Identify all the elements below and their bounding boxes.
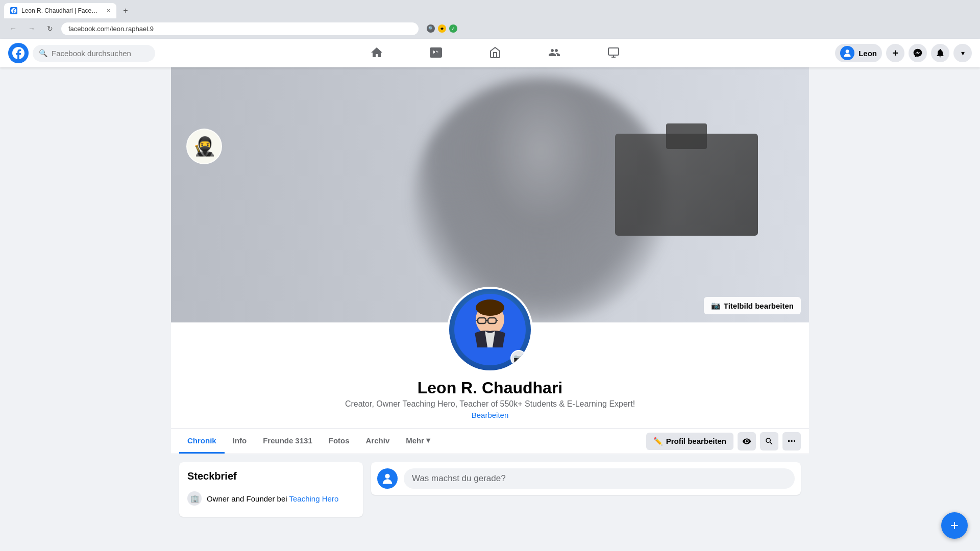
profile-content: Steckbrief 🏢 Owner and Founder bei Teach… [171, 454, 809, 533]
mehr-label: Mehr [406, 436, 424, 445]
edit-profile-label: Profil bearbeiten [666, 437, 726, 445]
nav-right: Leon + ▾ [835, 44, 972, 62]
add-btn[interactable]: + [886, 44, 904, 62]
profile-info: Leon R. Chaudhari Creator, Owner Teachin… [171, 372, 809, 422]
user-avatar [840, 46, 854, 60]
tab-chronik[interactable]: Chronik [179, 429, 225, 454]
profile-name: Leon R. Chaudhari [171, 379, 809, 397]
svg-point-8 [476, 299, 504, 316]
tab-title: Leon R. Chaudhari | Facebook [21, 7, 101, 14]
post-box: Was machst du gerade? [371, 462, 801, 495]
steckbrief-title: Steckbrief [187, 470, 355, 482]
edit-profile-btn[interactable]: ✏️ Profil bearbeiten [646, 433, 733, 450]
profile-actions: ✏️ Profil bearbeiten ··· [646, 432, 801, 450]
tab-close-btn[interactable]: × [107, 7, 110, 14]
url-text: facebook.com/leon.raphael.9 [68, 25, 154, 33]
search-box[interactable]: 🔍 [33, 45, 155, 62]
steckbrief-item: 🏢 Owner and Founder bei Teaching Hero [187, 488, 355, 509]
facebook-logo[interactable] [8, 43, 29, 63]
new-tab-btn[interactable]: + [118, 4, 133, 18]
user-name-label: Leon [859, 49, 877, 58]
freunde-label: Freunde [263, 436, 293, 445]
profile-wrapper: 🥷 📷 Titelbild bearbeiten [171, 67, 809, 533]
more-options-btn[interactable]: ··· [782, 432, 801, 450]
profile-avatar[interactable]: 📷 [447, 287, 533, 372]
svg-rect-2 [608, 48, 619, 55]
search-icon: 🔍 [39, 49, 47, 57]
svg-point-14 [385, 474, 389, 479]
refresh-btn[interactable]: ↻ [43, 21, 57, 36]
teaching-hero-link[interactable]: Teaching Hero [289, 494, 339, 503]
post-avatar [377, 468, 398, 489]
svg-point-5 [846, 49, 849, 53]
back-btn[interactable]: ← [6, 21, 20, 36]
facebook-navbar: 🔍 Leon + [0, 39, 980, 67]
ext-icon-3: ✓ [449, 24, 457, 33]
nav-groups[interactable] [526, 41, 583, 65]
steckbrief-card: Steckbrief 🏢 Owner and Founder bei Teach… [179, 462, 363, 517]
tab-freunde[interactable]: Freunde3131 [255, 429, 321, 454]
browser-tabs: Leon R. Chaudhari | Facebook × + [0, 0, 980, 18]
edit-bio-link[interactable]: Bearbeiten [472, 411, 509, 419]
nav-center [159, 41, 831, 65]
menu-btn[interactable]: ▾ [953, 44, 972, 62]
nav-marketplace[interactable] [467, 41, 524, 65]
avatar-camera-btn[interactable]: 📷 [510, 350, 527, 366]
tab-mehr[interactable]: Mehr ▾ [398, 429, 438, 454]
search-input[interactable] [52, 49, 149, 58]
profile-photo-area: 📷 [171, 287, 809, 372]
profile-left-column: Steckbrief 🏢 Owner and Founder bei Teach… [179, 462, 363, 525]
url-bar[interactable]: facebook.com/leon.raphael.9 [61, 22, 419, 35]
nav-home[interactable] [348, 41, 405, 65]
ext-icon-2: ★ [438, 24, 446, 33]
corner-character-icon: 🥷 [186, 129, 222, 164]
friends-count: 3131 [295, 436, 312, 445]
notifications-btn[interactable] [931, 44, 949, 62]
cover-background [171, 67, 809, 322]
tab-info[interactable]: Info [225, 429, 255, 454]
profile-nav: Chronik Info Freunde3131 Fotos Archiv Me… [171, 429, 809, 454]
mehr-chevron-icon: ▾ [426, 436, 430, 445]
edit-icon: ✏️ [653, 437, 663, 446]
tab-fotos[interactable]: Fotos [321, 429, 358, 454]
search-profile-btn[interactable] [760, 432, 778, 450]
messenger-btn[interactable] [909, 44, 927, 62]
browser-extension-icons: 🔍 ★ ✓ [427, 24, 457, 33]
address-bar-area: ← → ↻ facebook.com/leon.raphael.9 🔍 ★ ✓ [0, 18, 980, 39]
post-input[interactable]: Was machst du gerade? [404, 468, 795, 489]
profile-header-bg: 📷 Leon R. Chaudhari Creator, Owner Teach… [171, 287, 809, 454]
tab-archiv[interactable]: Archiv [358, 429, 398, 454]
cover-photo-area: 🥷 📷 Titelbild bearbeiten [171, 67, 809, 322]
nav-video[interactable] [407, 41, 464, 65]
profile-bio: Creator, Owner Teaching Hero, Teacher of… [171, 399, 809, 409]
profile-right-column: Was machst du gerade? [371, 462, 801, 525]
ext-icon-1: 🔍 [427, 24, 435, 33]
floating-add-btn[interactable]: + [941, 512, 968, 539]
view-as-btn[interactable] [738, 432, 756, 450]
tab-favicon [10, 7, 17, 14]
work-icon: 🏢 [187, 491, 202, 506]
forward-btn[interactable]: → [24, 21, 39, 36]
nav-gaming[interactable] [585, 41, 642, 65]
steckbrief-text: Owner and Founder bei Teaching Hero [207, 494, 338, 503]
active-tab[interactable]: Leon R. Chaudhari | Facebook × [4, 3, 116, 18]
user-profile-btn[interactable]: Leon [835, 44, 882, 62]
